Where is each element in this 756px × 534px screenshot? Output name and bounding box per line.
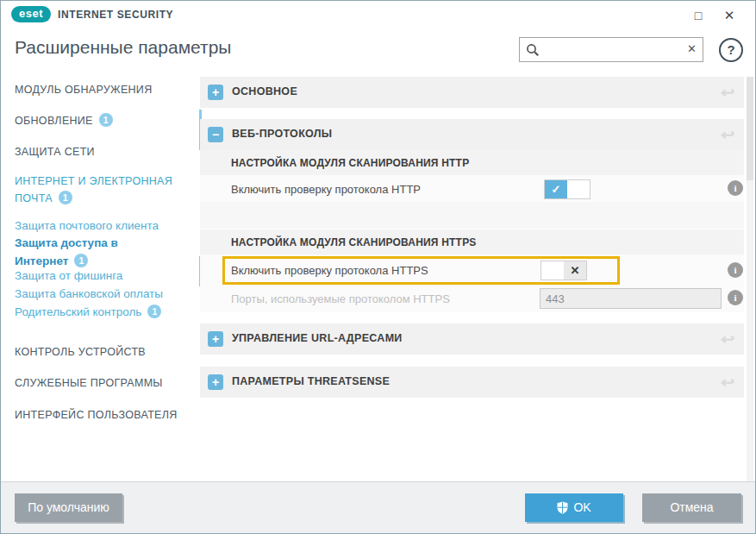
titlebar: eset INTERNET SECURITY □ ✕ [1, 1, 755, 28]
revert-icon[interactable]: ↩ [721, 84, 734, 102]
search-icon [526, 43, 540, 60]
info-icon[interactable]: i [728, 290, 743, 305]
revert-icon[interactable]: ↩ [721, 374, 734, 392]
eset-logo: eset [11, 6, 51, 22]
maximize-button[interactable]: □ [688, 6, 709, 25]
collapse-icon[interactable]: − [208, 127, 223, 142]
sidebar-item-label: ИНТЕРФЕЙС ПОЛЬЗОВАТЕЛЯ [15, 409, 178, 421]
sidebar-item-label: КОНТРОЛЬ УСТРОЙСТВ [15, 346, 146, 358]
default-button[interactable]: По умолчанию [15, 493, 122, 522]
product-name: INTERNET SECURITY [58, 9, 173, 21]
section-label: ПАРАМЕТРЫ THREATSENSE [232, 375, 390, 387]
cancel-button[interactable]: Отмена [642, 493, 741, 522]
uac-shield-icon [557, 501, 568, 514]
expand-icon[interactable]: + [208, 331, 223, 347]
revert-icon[interactable]: ↩ [721, 330, 734, 349]
sidebar-item-banking-protection[interactable]: Защита банковской оплаты [15, 286, 185, 304]
badge: 1 [74, 254, 88, 267]
ok-button[interactable]: OK [525, 493, 623, 522]
page-title: Расширенные параметры [15, 37, 231, 58]
section-url-management[interactable]: + УПРАВЛЕНИЕ URL-АДРЕСАМИ ↩ [200, 324, 744, 355]
group-header-label: НАСТРОЙКА МОДУЛЯ СКАНИРОВАНИЯ HTTPS [231, 236, 477, 248]
http-check-row: Включить проверку протокола HTTP ✓ i [200, 175, 744, 202]
badge: 1 [59, 191, 72, 204]
sidebar-item-label: СЛУЖЕБНЫЕ ПРОГРАММЫ [15, 377, 163, 389]
sidebar-item-anti-phishing[interactable]: Защита от фишинга [15, 267, 185, 286]
http-check-toggle[interactable]: ✓ [544, 179, 590, 199]
close-button[interactable]: ✕ [719, 6, 740, 25]
sidebar-item-label: МОДУЛЬ ОБНАРУЖЕНИЯ [15, 84, 152, 96]
setting-label: Порты, используемые протоколом HTTPS [231, 292, 450, 305]
https-scanner-group-header: НАСТРОЙКА МОДУЛЯ СКАНИРОВАНИЯ HTTPS [200, 229, 744, 254]
sidebar-item-label: ОБНОВЛЕНИЕ [15, 115, 93, 127]
sidebar-item-web-access-protection[interactable]: Защита доступа в Интернет1 [15, 235, 146, 271]
sidebar-item-web-and-email[interactable]: ИНТЕРНЕТ И ЭЛЕКТРОННАЯ ПОЧТА1 [15, 173, 184, 207]
search-clear-icon[interactable]: ✕ [687, 42, 697, 55]
toggle-empty-half [567, 180, 590, 198]
sidebar-item-device-control[interactable]: КОНТРОЛЬ УСТРОЙСТВ [15, 343, 185, 361]
section-web-protocols[interactable]: − ВЕБ-ПРОТОКОЛЫ ↩ [200, 119, 744, 150]
sidebar-item-label: ЗАЩИТА СЕТИ [15, 146, 95, 158]
group-header-label: НАСТРОЙКА МОДУЛЯ СКАНИРОВАНИЯ HTTP [231, 157, 469, 169]
section-label: ВЕБ-ПРОТОКОЛЫ [232, 128, 332, 140]
sidebar-item-tools[interactable]: СЛУЖЕБНЫЕ ПРОГРАММЫ [15, 374, 185, 392]
https-ports-input[interactable] [540, 288, 722, 309]
sidebar-item-update[interactable]: ОБНОВЛЕНИЕ1 [15, 112, 185, 129]
https-ports-row: Порты, используемые протоколом HTTPS i [200, 285, 744, 312]
sidebar-item-label: Защита почтового клиента [15, 219, 159, 232]
http-scanner-group-header: НАСТРОЙКА МОДУЛЯ СКАНИРОВАНИЯ HTTP [200, 150, 744, 175]
revert-icon[interactable]: ↩ [721, 126, 734, 144]
eset-advanced-setup-window: eset INTERNET SECURITY □ ✕ Расширенные п… [0, 0, 756, 534]
help-icon[interactable]: ? [719, 38, 743, 62]
section-label: УПРАВЛЕНИЕ URL-АДРЕСАМИ [232, 332, 403, 344]
section-basic[interactable]: + ОСНОВНОЕ ↩ [200, 77, 744, 108]
info-icon[interactable]: i [728, 262, 743, 278]
sidebar-item-label: Защита доступа в Интернет [15, 236, 118, 267]
sidebar-item-detection-engine[interactable]: МОДУЛЬ ОБНАРУЖЕНИЯ [15, 81, 185, 98]
sidebar-item-user-interface[interactable]: ИНТЕРФЕЙС ПОЛЬЗОВАТЕЛЯ [15, 406, 185, 424]
scrollbar-thumb[interactable] [747, 77, 753, 180]
search-input[interactable] [542, 39, 684, 62]
sidebar-item-network-protection[interactable]: ЗАЩИТА СЕТИ [15, 143, 185, 160]
sidebar-item-email-client-protection[interactable]: Защита почтового клиента [15, 217, 185, 236]
toggle-check-icon: ✓ [545, 180, 567, 198]
expand-icon[interactable]: + [208, 374, 223, 390]
search-box[interactable]: ✕ [519, 37, 703, 62]
footer-bar: По умолчанию OK Отмена [1, 481, 755, 533]
setting-label: Включить проверку протокола HTTP [231, 183, 421, 196]
scrollbar[interactable] [747, 77, 753, 484]
highlight-frame [222, 256, 620, 285]
sidebar-item-label: Защита от фишинга [15, 269, 122, 282]
sidebar-item-label: ИНТЕРНЕТ И ЭЛЕКТРОННАЯ ПОЧТА [15, 175, 172, 204]
section-threatsense[interactable]: + ПАРАМЕТРЫ THREATSENSE ↩ [200, 367, 744, 398]
badge: 1 [147, 305, 161, 318]
expand-icon[interactable]: + [208, 85, 223, 100]
section-label: ОСНОВНОЕ [232, 85, 297, 97]
info-icon[interactable]: i [728, 180, 743, 196]
sidebar-item-parental-control[interactable]: Родительский контроль1 [15, 304, 185, 322]
spacer [200, 202, 744, 229]
sidebar-item-label: Защита банковской оплаты [15, 287, 163, 300]
ok-label: OK [573, 500, 590, 514]
badge: 1 [99, 113, 113, 127]
sidebar-item-label: Родительский контроль [15, 305, 141, 318]
